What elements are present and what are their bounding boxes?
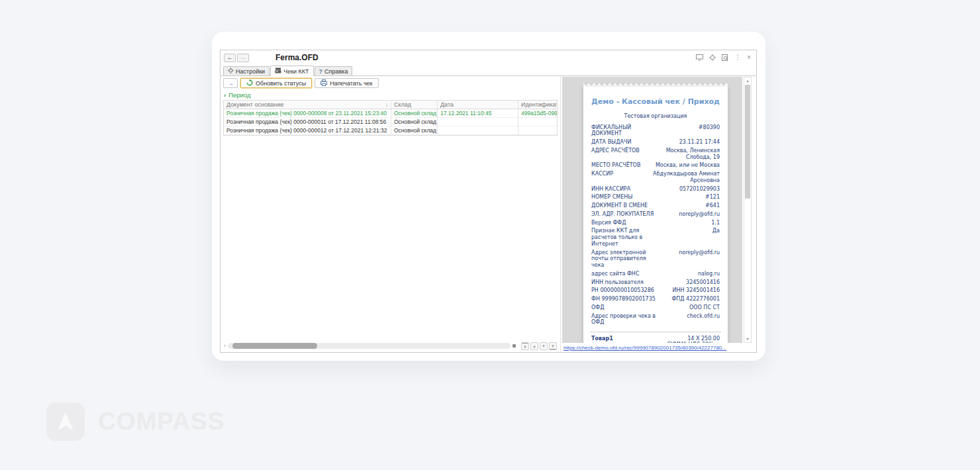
field-value: noreply@ofd.ru xyxy=(679,211,720,218)
back-button[interactable]: ← xyxy=(224,54,236,62)
field-value: #80390 xyxy=(699,124,720,138)
column-header-warehouse[interactable]: Склад xyxy=(391,101,438,109)
refresh-statuses-label: Обновить статусы xyxy=(256,80,306,87)
period-toggle[interactable]: › Период xyxy=(224,90,558,99)
receipt-field-row: ИНН КАССИРА057201029903 xyxy=(591,185,720,193)
vertical-scrollbar[interactable]: ▴ ▾ xyxy=(744,77,752,343)
compass-logo-icon xyxy=(46,402,85,441)
search-document-icon[interactable] xyxy=(722,54,728,61)
refresh-icon xyxy=(246,79,253,87)
receipt-preview-pane: Демо - Кассовый чек / Приход Тестовая ор… xyxy=(561,76,756,352)
field-label: ИНН КАССИРА xyxy=(591,186,630,193)
scroll-left-icon[interactable]: ‹ xyxy=(224,343,226,349)
field-label: ДАТА ВЫДАЧИ xyxy=(591,139,631,146)
receipt-field-row: Версия ФФД1.1 xyxy=(591,218,720,227)
cell-date: 17.12.2021 11:10:45 xyxy=(438,109,518,117)
tab-settings[interactable]: Настройки xyxy=(223,66,270,75)
window-content: → Обновить статусы Напечатать чек xyxy=(220,76,756,352)
cell-warehouse: Основной склад xyxy=(391,126,438,134)
table-row[interactable]: Розничная продажа (чек) 0000-000008 от 2… xyxy=(224,109,557,118)
field-label: ФН 9999078902001735 xyxy=(591,296,656,303)
cash-register-icon xyxy=(275,68,281,75)
field-value: nalog.ru xyxy=(698,271,720,277)
more-menu-icon[interactable]: ⋮ xyxy=(734,54,741,61)
horizontal-scrollbar-thumb[interactable] xyxy=(232,343,317,349)
receipt-field-row: Адрес электронной почты отправителя чека… xyxy=(591,248,720,269)
receipts-list-pane: → Обновить статусы Напечатать чек xyxy=(220,76,561,352)
column-header-document[interactable]: Документ основание ↓ xyxy=(224,101,391,109)
field-label: ФИСКАЛЬНЫЙ ДОКУМЕНТ xyxy=(591,124,658,138)
receipt-item-row: Товар1 14 X 250.00 в т.ч. СУММА НДС 20% … xyxy=(591,336,720,343)
cell-document: Розничная продажа (чек) 0000-000008 от 2… xyxy=(224,109,391,117)
cell-identifier xyxy=(518,118,557,126)
go-first-button[interactable]: ▲ xyxy=(521,342,529,350)
compass-watermark: COMPASS xyxy=(46,402,224,441)
field-value: #121 xyxy=(705,194,720,201)
field-label: ИНН пользователя xyxy=(591,279,644,286)
tab-receipts-kkt[interactable]: Чеки ККТ xyxy=(270,66,313,76)
check-receipt-link[interactable]: https://check-demo.ofd.ru/rec/9999078902… xyxy=(562,345,756,351)
field-label: ДОКУМЕНТ В СМЕНЕ xyxy=(591,203,648,209)
tab-help[interactable]: ? Справка xyxy=(315,66,353,75)
table-row[interactable]: Розничная продажа (чек) 0000-000012 от 1… xyxy=(224,126,557,135)
field-value: Москва, или не Москва xyxy=(656,162,720,169)
field-value: ООО ПС СТ xyxy=(689,305,720,311)
column-header-date[interactable]: Дата xyxy=(438,101,518,109)
receipt-field-row: ЭЛ. АДР. ПОКУПАТЕЛЯnoreply@ofd.ru xyxy=(591,210,720,218)
list-nav-buttons: ▲ ▲ ▼ ▼ xyxy=(521,342,557,350)
settings-icon[interactable] xyxy=(709,54,716,61)
sort-descending-icon: ↓ xyxy=(385,102,388,108)
window-titlebar: ← → Ferma.OFD ⋮ × xyxy=(220,50,756,65)
receipt-field-row: ФН 9999078902001735ФПД 4222776001 xyxy=(591,295,720,304)
field-value: Абдулкадырова Аминат Арсеновна xyxy=(648,171,720,184)
history-nav: ← → xyxy=(224,54,249,62)
field-label: Признак ККТ для расчетов только в Интерн… xyxy=(591,228,658,247)
field-label: Адрес проверки чека в ОФД xyxy=(591,313,658,326)
receipt-field-row: АДРЕС РАСЧЁТОВМосква, Ленинская Слобода,… xyxy=(591,146,720,162)
open-document-button[interactable]: → xyxy=(223,78,238,88)
period-label: Период xyxy=(228,91,250,99)
cell-identifier xyxy=(518,126,557,134)
scroll-down-icon[interactable]: ▾ xyxy=(746,336,748,342)
help-icon: ? xyxy=(319,68,323,75)
monitor-icon[interactable] xyxy=(696,54,703,61)
scroll-right-icon[interactable] xyxy=(513,344,516,348)
field-value: ИНН 3245001416 xyxy=(673,287,720,294)
chevron-right-icon: › xyxy=(224,91,226,99)
field-value: #641 xyxy=(705,203,720,209)
column-header-warehouse-label: Склад xyxy=(394,101,411,108)
field-label: ЭЛ. АДР. ПОКУПАТЕЛЯ xyxy=(591,211,654,218)
vertical-scrollbar-thumb[interactable] xyxy=(745,85,750,199)
app-card: ← → Ferma.OFD ⋮ × xyxy=(212,32,765,361)
close-icon[interactable]: × xyxy=(747,54,751,61)
receipt-divider xyxy=(590,332,721,332)
receipt-field-row: МЕСТО РАСЧЁТОВМосква, или не Москва xyxy=(591,162,720,170)
field-value: 057201029903 xyxy=(679,186,720,193)
horizontal-scrollbar[interactable] xyxy=(228,343,511,349)
receipt-field-row: ИНН пользователя3245001416 xyxy=(591,278,720,287)
column-header-identifier[interactable]: Идентификатор ... xyxy=(518,101,557,109)
print-receipt-button[interactable]: Напечатать чек xyxy=(315,78,378,88)
field-label: ОФД xyxy=(591,305,604,311)
scroll-up-icon[interactable]: ▴ xyxy=(746,77,748,84)
cell-document: Розничная продажа (чек) 0000-000011 от 1… xyxy=(224,118,391,126)
field-label: Версия ФФД xyxy=(591,220,626,226)
receipt-field-row: Адрес проверки чека в ОФДcheck.ofd.ru xyxy=(591,312,720,327)
gear-icon xyxy=(228,68,234,75)
cell-identifier: 499a15d5-0990-... xyxy=(518,109,557,117)
refresh-statuses-button[interactable]: Обновить статусы xyxy=(240,78,312,88)
receipt-field-row: КАССИРАбдулкадырова Аминат Арсеновна xyxy=(591,170,720,185)
receipt-field-row: ФИСКАЛЬНЫЙ ДОКУМЕНТ#80390 xyxy=(591,123,720,138)
field-value: 3245001416 xyxy=(686,279,720,286)
cell-document: Розничная продажа (чек) 0000-000012 от 1… xyxy=(224,126,391,134)
receipt-field-row: Признак ККТ для расчетов только в Интерн… xyxy=(591,227,720,248)
go-previous-button[interactable]: ▲ xyxy=(530,342,538,350)
forward-button[interactable]: → xyxy=(237,54,249,62)
column-header-document-label: Документ основание xyxy=(226,101,284,108)
tab-strip: Настройки Чеки ККТ ? Справка xyxy=(220,65,756,76)
go-next-button[interactable]: ▼ xyxy=(540,342,548,350)
field-label: МЕСТО РАСЧЁТОВ xyxy=(591,162,640,169)
ferma-ofd-window: ← → Ferma.OFD ⋮ × xyxy=(220,50,757,353)
table-row[interactable]: Розничная продажа (чек) 0000-000011 от 1… xyxy=(224,118,557,126)
go-last-button[interactable]: ▼ xyxy=(549,342,557,350)
